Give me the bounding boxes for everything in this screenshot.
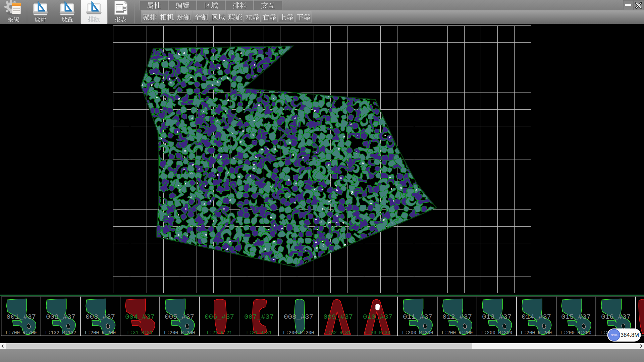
svg-text:008_#37: 008_#37 (284, 313, 313, 321)
svg-text:015_#37: 015_#37 (561, 313, 591, 321)
svg-text:L:200 R:200: L:200 R:200 (85, 330, 116, 336)
svg-text:014_#37: 014_#37 (522, 313, 551, 321)
svg-text:L:200 R:200: L:200 R:200 (521, 330, 552, 336)
svg-text:002_#37: 002_#37 (46, 313, 75, 321)
svg-text:007_#37: 007_#37 (244, 313, 274, 321)
svg-text:L:33 R:33: L:33 R:33 (365, 330, 390, 336)
svg-text:013_#37: 013_#37 (482, 313, 512, 321)
svg-text:L:200 R:200: L:200 R:200 (442, 330, 473, 336)
svg-text:384.8M: 384.8M (621, 332, 639, 338)
svg-text:010_#37: 010_#37 (363, 313, 392, 321)
svg-text:003_#37: 003_#37 (86, 313, 115, 321)
svg-text:L:200 R:200: L:200 R:200 (481, 330, 512, 336)
svg-text:001_#37: 001_#37 (6, 313, 36, 321)
svg-text:L:200 R:200: L:200 R:200 (560, 330, 591, 336)
svg-text:L:700 R:700: L:700 R:700 (6, 330, 37, 336)
svg-text:005_#37: 005_#37 (165, 313, 194, 321)
svg-text:006_#37: 006_#37 (205, 313, 234, 321)
svg-text:012_#37: 012_#37 (442, 313, 472, 321)
svg-text:38%: 38% (611, 333, 618, 337)
svg-text:L:32 R:31: L:32 R:31 (325, 330, 351, 336)
svg-text:L:200 R:200: L:200 R:200 (164, 330, 195, 336)
svg-text:004_#37: 004_#37 (125, 313, 155, 321)
svg-text:L:200 R:200: L:200 R:200 (283, 330, 314, 336)
svg-text:011_#37: 011_#37 (403, 313, 432, 321)
svg-text:016_#37: 016_#37 (601, 313, 631, 321)
svg-text:L:31 R:31: L:31 R:31 (127, 330, 153, 336)
svg-text:L:21 R:21: L:21 R:21 (207, 330, 232, 336)
svg-text:L:31 R:31: L:31 R:31 (246, 330, 272, 336)
svg-text:L:132 R:132: L:132 R:132 (45, 330, 76, 336)
svg-text:L:200 R:200: L:200 R:200 (402, 330, 433, 336)
svg-text:009_#37: 009_#37 (323, 313, 353, 321)
